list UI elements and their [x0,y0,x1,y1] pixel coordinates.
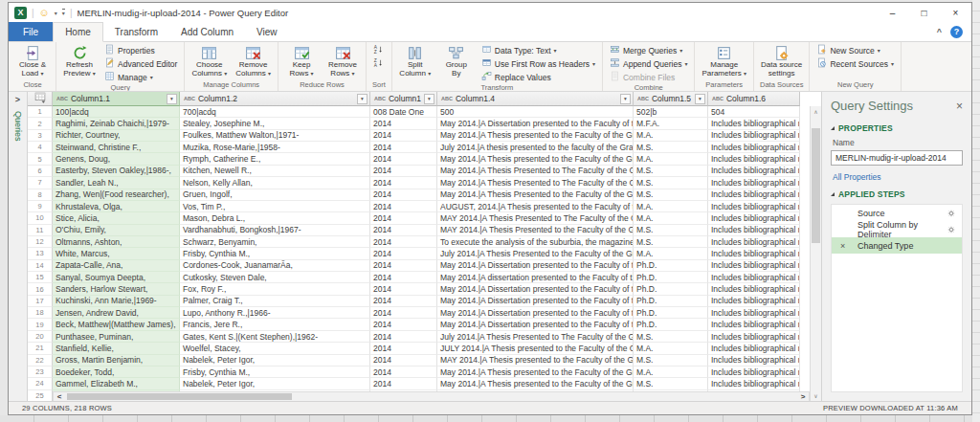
cell[interactable]: Gammel, Elizabeth M., [53,378,180,389]
cell[interactable]: Includes bibliographical references (pag… [708,331,800,343]
cell[interactable]: M.A. [634,366,708,378]
choose-columns-button[interactable]: Choose Columns ▾ [189,43,230,79]
cell[interactable]: Boedeker, Todd, [53,366,180,378]
cell[interactable]: MAY 2014.|A Thesis Presented to The Facu… [437,212,634,224]
row-number[interactable]: 21 [28,343,53,354]
cell[interactable]: Includes bibliographical references (pag… [708,142,800,153]
column-header-column1-3[interactable]: ABCColumn1.3▾ [370,92,437,106]
keep-rows-button[interactable]: Keep Rows ▾ [282,43,321,79]
query-name-input[interactable] [831,150,963,166]
cell[interactable]: Includes bibliographical references (pag… [708,118,800,129]
cell[interactable]: May 2014.|A Thesis presented to the Facu… [437,130,634,142]
cell[interactable]: Zhang, Wen|(Food researcher), [53,189,180,201]
cell[interactable]: M.S. [634,166,708,177]
cell[interactable]: JULY 2014.|A Thesis presented to the Fac… [437,343,634,354]
cell[interactable]: White, Marcus, [53,248,180,259]
cell[interactable]: Vos, Tim P., [180,201,370,212]
row-number[interactable]: 24 [28,378,53,389]
row-number[interactable]: 13 [28,248,53,259]
remove-columns-button[interactable]: Remove Columns ▾ [233,43,274,79]
cell[interactable]: Raghimi, Zeinab Chaichi,|1979- [53,118,180,129]
applied-steps-section-header[interactable]: APPLIED STEPS [822,183,971,202]
cell[interactable]: Includes bibliographical references (pag… [708,319,800,330]
vertical-scroll-thumb[interactable] [812,128,820,243]
cell[interactable]: 2014 [370,319,437,330]
cell[interactable]: Includes bibliographical references (pag… [708,343,800,354]
cell[interactable]: Frisby, Cynthia M., [180,366,370,378]
cell[interactable]: O'Chiu, Emily, [53,225,180,236]
cell[interactable]: 2014 [370,212,437,224]
row-number[interactable]: 2 [28,118,53,129]
cell[interactable]: M.A. [634,130,708,142]
cell[interactable]: M.S. [634,189,708,201]
tab-add-column[interactable]: Add Column [169,22,245,41]
cell[interactable]: Rymph, Catherine E., [180,153,370,165]
cell[interactable]: MAY 2014.|A Thesis Presented to the Facu… [437,225,634,236]
tab-file[interactable]: File [9,22,53,41]
cell[interactable]: Sanyal, Soumya Deepta, [53,272,180,283]
cell[interactable]: Includes bibliographical references (pag… [708,355,800,366]
cell[interactable]: May 2014.|A Thesis Presented to the Facu… [437,189,634,201]
cell[interactable]: Sandler, Leah N., [53,177,180,189]
cell[interactable]: Gruen, Ingolf, [180,189,370,201]
filter-button[interactable]: ▾ [357,94,368,104]
cell[interactable]: 2014 [370,130,437,142]
cell[interactable]: Ph.D. [634,307,708,319]
scroll-down-icon[interactable]: ∨ [811,390,821,401]
cell[interactable]: Fox, Roy F., [180,283,370,295]
cell[interactable]: 2014 [370,283,437,295]
column-header-column1-2[interactable]: ABCColumn1.2▾ [180,92,370,106]
append-queries-button[interactable]: Append Queries ▾ [607,57,690,70]
cell[interactable]: 504 [708,106,800,118]
scroll-up-icon[interactable]: ∧ [811,106,821,117]
cell[interactable]: Muzika, Rose-Marie,|1958- [180,142,370,153]
cell[interactable]: Foulkes, Matthew Walton,|1971- [180,130,370,142]
cell[interactable]: May 2014.|A Dissertation presented to th… [437,307,634,319]
cell[interactable]: 2014 [370,201,437,212]
cell[interactable]: 2014 [370,236,437,248]
cell[interactable]: AUGUST, 2014.|A Thesis presented to the … [437,201,634,212]
cell[interactable]: M.F.A. [634,118,708,129]
row-number[interactable]: 23 [28,366,53,378]
tab-transform[interactable]: Transform [103,22,169,41]
cell[interactable]: 2014 [370,166,437,177]
cell[interactable]: May 2014.|A Dissertation presented to th… [437,296,634,307]
row-number[interactable]: 25 [28,390,53,401]
cell[interactable]: Gates, Kent S.|(Kent Stephen),|1962- [180,331,370,343]
row-number[interactable]: 15 [28,272,53,283]
remove-rows-button[interactable]: Remove Rows ▾ [323,43,362,79]
cell[interactable]: Cutkosky, Steven Dale, [180,272,370,283]
step-settings-gear-icon[interactable] [947,225,956,234]
split-column-button[interactable]: Split Column ▾ [396,43,434,79]
cell[interactable]: 2014 [370,189,437,201]
cell[interactable]: May 2014.|A Thesis presented to the Facu… [437,378,634,389]
column-header-column1-6[interactable]: ABCColumn1.6 [708,92,800,106]
cell[interactable]: Includes bibliographical references. [708,189,800,201]
cell[interactable]: May 2014.|A Thesis Presented to The Facu… [437,166,634,177]
cell[interactable]: M.S. [634,142,708,153]
cell[interactable]: M.S. [634,177,708,189]
cell[interactable]: May 2014.|A Thesis presented to the Facu… [437,153,634,165]
replace-values-button[interactable]: Replace Values [479,71,598,83]
cell[interactable]: M.S. [634,378,708,389]
vertical-scrollbar[interactable]: ∧ ∨ [810,106,821,401]
cell[interactable]: 2014 [370,366,437,378]
cell[interactable]: Includes bibliographical references (pag… [708,296,800,307]
filter-button[interactable]: ▾ [424,94,434,104]
row-number[interactable]: 11 [28,225,53,236]
smiley-feedback-icon[interactable]: ☺ [39,8,50,18]
cell[interactable]: M.A. [634,248,708,259]
cell[interactable]: 2014 [370,142,437,153]
cell[interactable]: Includes bibliographical references (pag… [708,260,800,272]
cell[interactable]: 2014 [370,296,437,307]
cell[interactable]: Lupo, Anthony R.,|1966- [180,307,370,319]
cell[interactable]: Nabelek, Peter Igor, [180,355,370,366]
cell[interactable]: M.S. [634,355,708,366]
cell[interactable]: 2014 [370,225,437,236]
horizontal-scrollbar[interactable]: < > [53,391,810,401]
cell[interactable]: May 2014.|A Dissertation presented to th… [437,283,634,295]
group-by-button[interactable]: Group By [437,43,476,79]
row-number[interactable]: 18 [28,307,53,319]
row-number[interactable]: 9 [28,201,53,212]
manage-parameters-button[interactable]: Manage Parameters ▾ [699,43,749,79]
